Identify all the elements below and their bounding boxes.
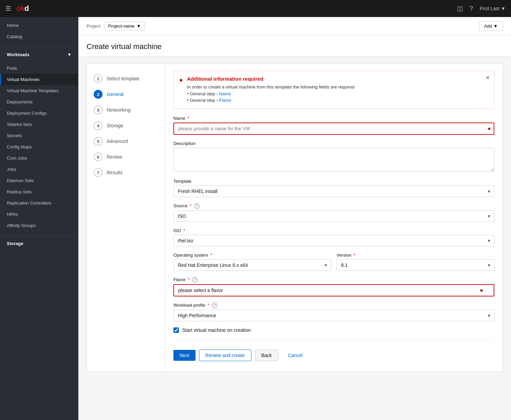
step-2[interactable]: 2 General	[87, 86, 165, 102]
sidebar-item-replication-controllers[interactable]: Replication Controllers	[0, 197, 78, 209]
description-input[interactable]	[173, 148, 494, 172]
step-1-num: 1	[94, 74, 103, 83]
sidebar-item-affinity-groups[interactable]: Affinity Groups	[0, 220, 78, 231]
description-field-group: Description	[173, 141, 494, 173]
flavor-required-star: *	[188, 277, 190, 282]
workload-required-star: *	[207, 303, 209, 308]
step-4-num: 4	[94, 121, 103, 130]
name-input[interactable]	[173, 123, 494, 135]
user-label: First Last	[480, 6, 500, 11]
step-4[interactable]: 4 Storage	[87, 118, 165, 133]
user-menu[interactable]: First Last ▼	[480, 6, 506, 11]
sidebar-item-catalog[interactable]: Catalog	[0, 31, 78, 42]
step-6[interactable]: 6 Review	[87, 149, 165, 165]
sidebar-item-replica-sets[interactable]: Replica Sets	[0, 186, 78, 197]
sidebar-item-pods[interactable]: Pods	[0, 63, 78, 74]
sidebar-item-hpas[interactable]: HPAs	[0, 209, 78, 220]
sidebar-item-cron-jobs[interactable]: Cron Jobs	[0, 152, 78, 164]
step-3[interactable]: 3 Networking	[87, 102, 165, 118]
alert-link-flavor[interactable]: Flavor	[219, 98, 231, 103]
step-4-label: Storage	[107, 123, 123, 128]
step-5[interactable]: 5 Advanced	[87, 133, 165, 149]
sidebar-item-virtual-machine-templates[interactable]: Virtual Machine Templates	[0, 85, 78, 96]
start-vm-label: Start virtual machine on creation	[182, 327, 251, 333]
hamburger-icon[interactable]: ☰	[5, 5, 11, 12]
sidebar-item-deployment-configs[interactable]: Deployment Configs	[0, 108, 78, 119]
name-error-icon: ●	[487, 126, 491, 132]
os-label: Operating system *	[173, 253, 331, 258]
grid-icon[interactable]: ◫	[457, 5, 463, 12]
os-version-row: Operating system * Red Hat Enterprise Li…	[173, 253, 494, 277]
step-6-num: 6	[94, 152, 103, 161]
workload-select[interactable]: High Performance	[173, 310, 494, 321]
storage-group[interactable]: Storage	[0, 237, 78, 249]
project-label: Project	[87, 23, 100, 29]
alert-body: In order to create a virtual machine fro…	[187, 84, 489, 104]
step-2-num: 2	[94, 90, 103, 99]
alert-content: Additional information required In order…	[187, 76, 489, 104]
source-select[interactable]: ISO	[173, 210, 494, 222]
user-chevron-icon: ▼	[501, 6, 506, 11]
iso-label: ISO *	[173, 228, 494, 233]
step-1[interactable]: 1 Select template	[87, 71, 165, 86]
workloads-group[interactable]: Workloads ▼	[0, 48, 78, 60]
alert-body-text: In order to create a virtual machine fro…	[187, 84, 354, 90]
flavor-label: Flavor * ?	[173, 277, 494, 282]
workloads-chevron-icon: ▼	[67, 52, 72, 57]
sidebar-item-daemon-sets[interactable]: Daemon Sets	[0, 175, 78, 186]
workload-help-icon[interactable]: ?	[212, 303, 217, 308]
sidebar-item-secrets[interactable]: Secrets	[0, 130, 78, 141]
sidebar-item-stateful-sets[interactable]: Stateful Sets	[0, 119, 78, 130]
template-field-group: Template Fresh RHEL install	[173, 179, 494, 197]
iso-required-star: *	[183, 228, 185, 233]
step-7[interactable]: 7 Results	[87, 165, 165, 180]
sidebar-item-deployments[interactable]: Deployments	[0, 96, 78, 108]
alert-close-button[interactable]: ✕	[485, 75, 490, 81]
flavor-select[interactable]: please select a flavor	[173, 284, 494, 296]
project-select[interactable]: Project-name ▼	[104, 22, 144, 30]
template-select[interactable]: Fresh RHEL install	[173, 185, 494, 197]
iso-select-wrap: rhel.iso	[173, 235, 494, 246]
topnav-left: ☰ okd	[5, 4, 29, 13]
step-7-num: 7	[94, 168, 103, 177]
brand-text: okd	[16, 4, 29, 13]
alert-title: Additional information required	[187, 76, 489, 82]
project-bar: Project Project-name ▼ Add ▼	[78, 17, 511, 35]
workload-label: Workload profile * ?	[173, 303, 494, 308]
os-required-star: *	[211, 253, 212, 258]
alert-link-name[interactable]: Name	[219, 91, 231, 96]
wizard: 1 Select template 2 General 3 Networking…	[87, 64, 503, 372]
step-5-label: Advanced	[107, 139, 128, 144]
add-label: Add	[484, 23, 492, 29]
source-required-star: *	[190, 203, 191, 208]
start-vm-checkbox[interactable]	[173, 327, 179, 333]
help-icon[interactable]: ?	[470, 5, 473, 12]
sidebar-item-jobs[interactable]: Jobs	[0, 164, 78, 175]
cancel-button[interactable]: Cancel	[282, 350, 309, 361]
brand: okd	[16, 4, 29, 13]
step-1-label: Select template	[107, 76, 140, 81]
workload-select-wrap: High Performance	[173, 310, 494, 321]
sidebar-item-config-maps[interactable]: Config Maps	[0, 141, 78, 152]
os-select[interactable]: Red Hat Enterprise Linux 8.x x64	[173, 259, 331, 271]
review-create-button[interactable]: Review and create	[199, 350, 251, 361]
source-help-icon[interactable]: ?	[194, 203, 200, 209]
source-select-wrap: ISO	[173, 210, 494, 222]
project-bar-left: Project Project-name ▼	[87, 22, 145, 30]
main-content: Project Project-name ▼ Add ▼ Create virt…	[78, 17, 511, 420]
app-layout: Home Catalog Workloads ▼ Pods Virtual Ma…	[0, 17, 511, 420]
step-2-label: General	[107, 92, 124, 97]
flavor-help-icon[interactable]: ?	[192, 277, 198, 282]
back-button[interactable]: Back	[255, 350, 278, 361]
os-field-group: Operating system * Red Hat Enterprise Li…	[173, 253, 331, 271]
version-select[interactable]: 8.1	[337, 259, 494, 271]
storage-label: Storage	[7, 241, 23, 246]
iso-select[interactable]: rhel.iso	[173, 235, 494, 246]
add-button[interactable]: Add ▼	[479, 21, 503, 31]
sidebar-item-home[interactable]: Home	[0, 20, 78, 31]
sidebar-item-virtual-machines[interactable]: Virtual Machines	[0, 74, 78, 85]
project-chevron-icon: ▼	[137, 23, 141, 29]
next-button[interactable]: Next	[173, 350, 196, 361]
home-label: Home	[7, 23, 19, 28]
workloads-label: Workloads	[7, 52, 29, 57]
